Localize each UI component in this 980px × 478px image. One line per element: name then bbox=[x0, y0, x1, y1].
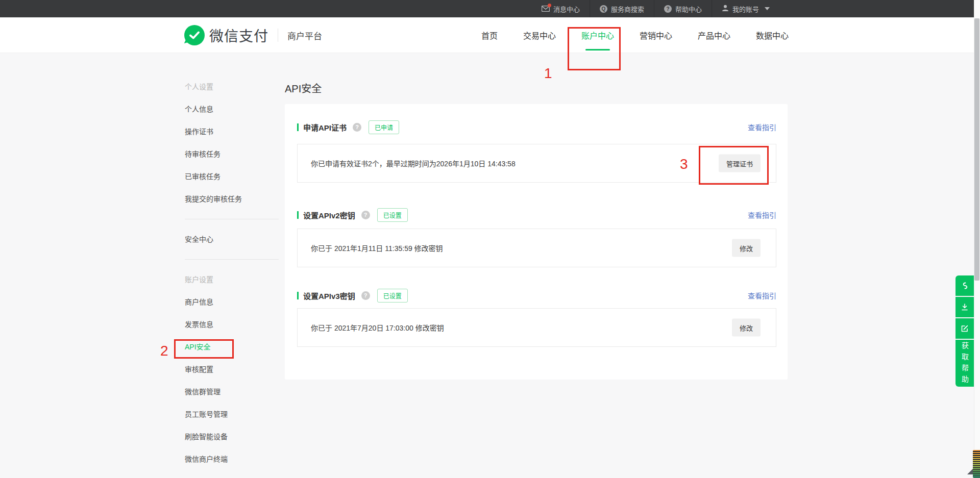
sidebar-divider bbox=[185, 219, 279, 219]
topbar-item-help-center[interactable]: ? 帮助中心 bbox=[654, 0, 712, 17]
topbar-item-label: 我的账号 bbox=[732, 4, 759, 14]
sidebar-item-security-center[interactable]: 安全中心 bbox=[185, 228, 279, 250]
sidebar-item-face-recognition-devices[interactable]: 刷脸智能设备 bbox=[185, 425, 279, 448]
brand-divider bbox=[278, 29, 278, 42]
status-badge: 已设置 bbox=[377, 208, 408, 222]
section-title: 设置APIv3密钥 bbox=[303, 290, 355, 301]
page: 消息中心 Q 服务商搜索 ? 帮助中心 我的账号 bbox=[0, 0, 980, 478]
sidebar-item-invoice-info[interactable]: 发票信息 bbox=[185, 313, 279, 336]
sidebar-divider bbox=[185, 259, 279, 260]
extension-meter-widget[interactable] bbox=[973, 450, 980, 478]
sidebar-item-api-security[interactable]: API安全 bbox=[185, 336, 279, 358]
link-icon[interactable] bbox=[955, 275, 974, 296]
guide-link[interactable]: 查看指引 bbox=[748, 210, 776, 220]
section-title: 申请API证书 bbox=[303, 122, 347, 133]
modify-apiv2-key-button[interactable]: 修改 bbox=[732, 239, 761, 257]
status-badge: 已申请 bbox=[369, 120, 399, 134]
nav-tab-data-center[interactable]: 数据中心 bbox=[756, 17, 789, 53]
sidebar-item-operation-certificate[interactable]: 操作证书 bbox=[185, 120, 279, 143]
topbar: 消息中心 Q 服务商搜索 ? 帮助中心 我的账号 bbox=[0, 0, 980, 17]
sidebar-item-my-submitted-review-tasks[interactable]: 我提交的审核任务 bbox=[185, 188, 279, 210]
scrollbar-thumb[interactable] bbox=[974, 18, 979, 281]
apiv2-key-row: 你已于 2021年1月11日 11:35:59 修改密钥 修改 bbox=[297, 229, 776, 267]
topbar-item-label: 消息中心 bbox=[553, 4, 580, 14]
page-title: API安全 bbox=[285, 81, 322, 95]
nav-tab-marketing-center[interactable]: 营销中心 bbox=[640, 17, 672, 53]
section-marker-bar bbox=[297, 292, 299, 299]
active-tab-underline bbox=[585, 49, 610, 51]
chevron-down-icon bbox=[765, 7, 770, 10]
apiv2-key-status-text: 你已于 2021年1月11日 11:35:59 修改密钥 bbox=[311, 243, 443, 253]
section-marker-bar bbox=[297, 123, 299, 131]
section-title: 设置APIv2密钥 bbox=[303, 210, 355, 220]
question-icon[interactable]: ? bbox=[361, 291, 370, 300]
sidebar: 个人设置 个人信息 操作证书 待审核任务 已审核任务 我提交的审核任务 安全中心… bbox=[185, 53, 279, 470]
brand[interactable]: 微信支付 商户平台 bbox=[184, 17, 322, 53]
guide-link[interactable]: 查看指引 bbox=[748, 290, 776, 300]
floating-helper-stack: 获取帮助 bbox=[955, 275, 974, 387]
sidebar-item-staff-account-management[interactable]: 员工账号管理 bbox=[185, 403, 279, 425]
section-header-apiv2-key: 设置APIv2密钥 ? 已设置 查看指引 bbox=[297, 209, 776, 220]
api-security-card: 申请API证书 ? 已申请 查看指引 你已申请有效证书2个，最早过期时间为202… bbox=[285, 104, 788, 380]
topbar-item-label: 帮助中心 bbox=[675, 4, 702, 14]
apiv3-key-status-text: 你已于 2021年7月20日 17:03:00 修改密钥 bbox=[311, 322, 444, 333]
brand-name: 微信支付 bbox=[209, 25, 268, 45]
sidebar-item-personal-info[interactable]: 个人信息 bbox=[185, 98, 279, 120]
wechat-pay-logo-icon bbox=[184, 25, 205, 45]
main-nav: 首页 交易中心 账户中心 营销中心 产品中心 数据中心 bbox=[481, 17, 789, 53]
sidebar-item-review-config[interactable]: 审核配置 bbox=[185, 358, 279, 381]
topbar-item-provider-search[interactable]: Q 服务商搜索 bbox=[590, 0, 654, 17]
nav-tab-product-center[interactable]: 产品中心 bbox=[698, 17, 730, 53]
sidebar-item-wechat-group-management[interactable]: 微信群管理 bbox=[185, 381, 279, 403]
sidebar-item-pending-review-tasks[interactable]: 待审核任务 bbox=[185, 143, 279, 165]
header: 微信支付 商户平台 首页 交易中心 账户中心 营销中心 产品中心 数据中心 bbox=[0, 17, 980, 53]
sidebar-item-merchant-info[interactable]: 商户信息 bbox=[185, 291, 279, 313]
annotation-number-step1: 1 bbox=[544, 65, 552, 82]
question-icon[interactable]: ? bbox=[353, 123, 361, 132]
section-header-api-certificate: 申请API证书 ? 已申请 查看指引 bbox=[297, 121, 776, 133]
certificate-status-text: 你已申请有效证书2个，最早过期时间为2026年1月10日 14:43:58 bbox=[311, 158, 516, 168]
topbar-item-label: 服务商搜索 bbox=[611, 4, 644, 14]
modify-apiv3-key-button[interactable]: 修改 bbox=[732, 319, 761, 337]
question-icon[interactable]: ? bbox=[361, 211, 370, 219]
guide-link[interactable]: 查看指引 bbox=[748, 122, 776, 132]
sidebar-group-personal-settings: 个人设置 bbox=[185, 76, 279, 98]
topbar-cluster: 消息中心 Q 服务商搜索 ? 帮助中心 我的账号 bbox=[532, 0, 779, 17]
sidebar-group-account-settings: 账户设置 bbox=[185, 268, 279, 291]
section-marker-bar bbox=[297, 211, 299, 219]
manage-certificate-button[interactable]: 管理证书 bbox=[719, 155, 761, 172]
get-help-button[interactable]: 获取帮助 bbox=[955, 340, 974, 387]
account-icon bbox=[722, 5, 729, 13]
topbar-item-my-account[interactable]: 我的账号 bbox=[712, 0, 779, 17]
nav-tab-account-center[interactable]: 账户中心 bbox=[581, 17, 614, 53]
download-icon[interactable] bbox=[955, 297, 974, 317]
edit-icon[interactable] bbox=[955, 318, 974, 339]
sidebar-item-reviewed-tasks[interactable]: 已审核任务 bbox=[185, 165, 279, 188]
api-certificate-row: 你已申请有效证书2个，最早过期时间为2026年1月10日 14:43:58 管理… bbox=[297, 144, 776, 183]
nav-tab-home[interactable]: 首页 bbox=[481, 17, 498, 53]
notification-dot bbox=[548, 4, 551, 7]
section-header-apiv3-key: 设置APIv3密钥 ? 已设置 查看指引 bbox=[297, 290, 776, 301]
nav-tab-transaction-center[interactable]: 交易中心 bbox=[523, 17, 556, 53]
topbar-item-messages[interactable]: 消息中心 bbox=[532, 0, 590, 17]
annotation-number-step2: 2 bbox=[160, 343, 168, 359]
apiv3-key-row: 你已于 2021年7月20日 17:03:00 修改密钥 修改 bbox=[297, 308, 776, 347]
mail-icon bbox=[542, 6, 550, 12]
provider-search-icon: Q bbox=[600, 5, 607, 13]
status-badge: 已设置 bbox=[377, 289, 408, 303]
sidebar-item-wechat-merchant-terminal[interactable]: 微信商户终端 bbox=[185, 448, 279, 470]
help-icon: ? bbox=[664, 5, 672, 13]
platform-name: 商户平台 bbox=[287, 29, 322, 42]
